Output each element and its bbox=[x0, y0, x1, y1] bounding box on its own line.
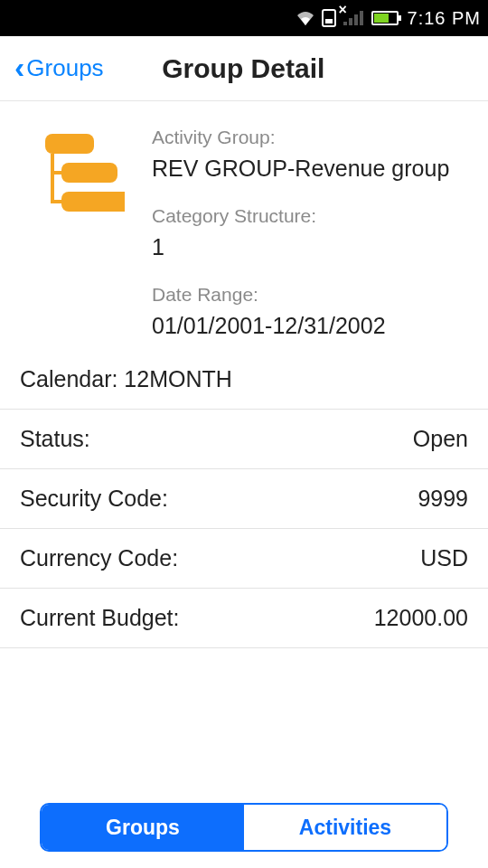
activity-group-value: REV GROUP-Revenue group bbox=[152, 156, 468, 182]
currency-value: USD bbox=[420, 545, 468, 571]
sim-icon bbox=[321, 8, 337, 28]
battery-icon bbox=[371, 10, 402, 26]
tab-activities[interactable]: Activities bbox=[244, 805, 446, 850]
activity-group-label: Activity Group: bbox=[152, 127, 468, 148]
svg-rect-9 bbox=[45, 134, 94, 154]
page-title: Group Detail bbox=[14, 53, 474, 84]
spacer bbox=[0, 648, 488, 803]
nav-bar: ‹ Groups Group Detail bbox=[0, 36, 488, 101]
tab-groups-label: Groups bbox=[106, 816, 180, 840]
budget-value: 12000.00 bbox=[374, 605, 468, 631]
svg-rect-3 bbox=[349, 18, 352, 25]
status-row: Status: Open bbox=[0, 409, 488, 468]
svg-rect-10 bbox=[61, 163, 117, 183]
svg-rect-11 bbox=[61, 192, 125, 212]
currency-label: Currency Code: bbox=[20, 545, 178, 571]
status-label: Status: bbox=[20, 426, 90, 452]
detail-list: Status: Open Security Code: 9999 Currenc… bbox=[0, 409, 488, 648]
security-label: Security Code: bbox=[20, 486, 168, 512]
clock-text: 7:16 PM bbox=[408, 8, 481, 29]
no-signal-icon: × bbox=[343, 9, 366, 27]
status-value: Open bbox=[413, 426, 468, 452]
group-summary-fields: Activity Group: REV GROUP-Revenue group … bbox=[152, 127, 468, 339]
security-row: Security Code: 9999 bbox=[0, 468, 488, 528]
calendar-label: Calendar: bbox=[20, 366, 117, 392]
category-structure-label: Category Structure: bbox=[152, 205, 468, 227]
calendar-row: Calendar: 12MONTH bbox=[0, 357, 488, 409]
group-summary: Activity Group: REV GROUP-Revenue group … bbox=[0, 101, 488, 357]
currency-row: Currency Code: USD bbox=[0, 528, 488, 588]
hierarchy-icon bbox=[25, 127, 152, 339]
date-range-value: 01/01/2001-12/31/2002 bbox=[152, 313, 468, 339]
svg-rect-4 bbox=[354, 14, 358, 25]
date-range-label: Date Range: bbox=[152, 284, 468, 306]
security-value: 9999 bbox=[418, 486, 468, 512]
category-structure-value: 1 bbox=[152, 234, 468, 260]
svg-rect-0 bbox=[323, 10, 335, 26]
tab-groups[interactable]: Groups bbox=[42, 805, 244, 850]
svg-rect-8 bbox=[374, 14, 389, 23]
bottom-tabbar: Groups Activities bbox=[0, 803, 488, 868]
svg-rect-2 bbox=[343, 22, 347, 25]
tab-activities-label: Activities bbox=[299, 816, 391, 840]
budget-label: Current Budget: bbox=[20, 605, 180, 631]
svg-rect-5 bbox=[360, 11, 363, 25]
svg-rect-7 bbox=[399, 15, 401, 21]
segmented-control: Groups Activities bbox=[40, 803, 448, 852]
calendar-value: 12MONTH bbox=[124, 366, 231, 392]
android-status-bar: × 7:16 PM bbox=[0, 0, 488, 36]
app-root: ‹ Groups Group Detail Activity Group: RE… bbox=[0, 36, 488, 868]
budget-row: Current Budget: 12000.00 bbox=[0, 588, 488, 648]
svg-rect-1 bbox=[325, 19, 333, 24]
wifi-icon bbox=[296, 10, 315, 26]
